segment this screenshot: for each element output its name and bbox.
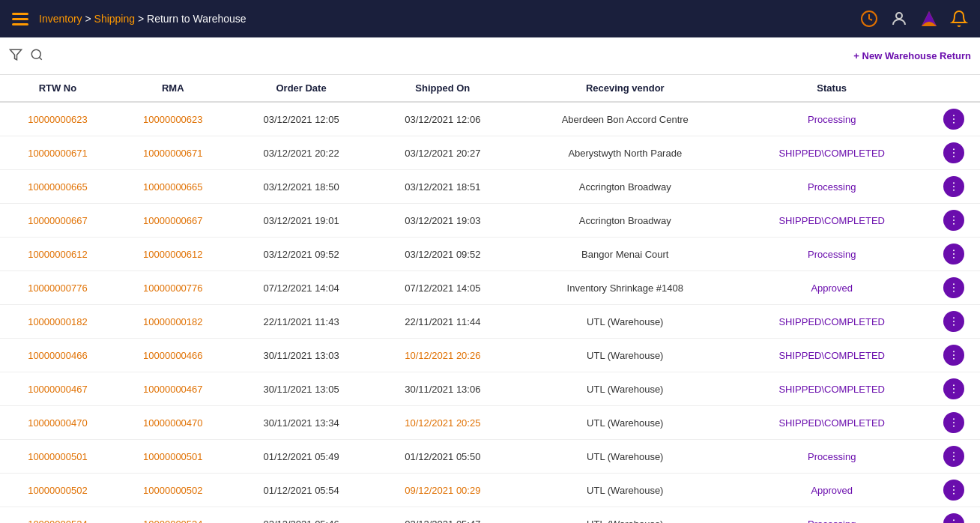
table-header: RTW No RMA Order Date Shipped On Recevin… xyxy=(0,75,980,102)
rma-link[interactable]: 10000000612 xyxy=(143,249,203,260)
action-cell xyxy=(927,339,980,372)
chart-icon[interactable] xyxy=(920,10,938,28)
rtw-link[interactable]: 10000000470 xyxy=(28,417,88,429)
row-menu-button[interactable] xyxy=(943,345,964,366)
rtw-no-cell: 10000000501 xyxy=(0,440,115,474)
row-menu-button[interactable] xyxy=(943,412,964,433)
table-row: 10000000502 10000000502 01/12/2021 05:54… xyxy=(0,474,980,507)
vendor-cell: UTL (Warehouse) xyxy=(513,474,736,507)
table-row: 10000000534 10000000534 02/12/2021 05:46… xyxy=(0,507,980,524)
row-menu-button[interactable] xyxy=(943,480,964,501)
rma-link[interactable]: 10000000665 xyxy=(143,181,203,193)
row-menu-button[interactable] xyxy=(943,210,964,231)
svg-point-26 xyxy=(953,351,955,352)
order-date-value: 02/12/2021 05:46 xyxy=(263,519,339,524)
svg-point-33 xyxy=(953,422,955,423)
hamburger-menu[interactable] xyxy=(12,13,28,25)
svg-point-38 xyxy=(953,486,955,487)
svg-point-35 xyxy=(953,452,955,453)
toolbar-left xyxy=(9,48,43,64)
vendor-cell: UTL (Warehouse) xyxy=(513,406,736,440)
rma-link[interactable]: 10000000467 xyxy=(143,384,203,395)
row-menu-button[interactable] xyxy=(943,378,964,399)
row-menu-button[interactable] xyxy=(943,311,964,332)
rtw-link[interactable]: 10000000466 xyxy=(28,350,88,361)
shipped-on-value: 01/12/2021 05:50 xyxy=(405,451,480,462)
vendor-name: Accrington Broadway xyxy=(579,215,671,226)
rma-cell: 10000000612 xyxy=(115,238,231,271)
shipped-on-value: 02/12/2021 05:47 xyxy=(405,519,480,524)
rma-link[interactable]: 10000000623 xyxy=(143,114,203,125)
shipped-on-value: 03/12/2021 09:52 xyxy=(405,249,480,260)
action-cell xyxy=(927,170,980,204)
table-row: 10000000612 10000000612 03/12/2021 09:52… xyxy=(0,238,980,271)
status-value: SHIPPED\COMPLETED xyxy=(778,316,885,327)
row-menu-button[interactable] xyxy=(943,176,964,197)
rma-cell: 10000000467 xyxy=(115,372,231,406)
rtw-link[interactable]: 10000000501 xyxy=(28,451,88,462)
svg-point-23 xyxy=(953,317,955,318)
rtw-link[interactable]: 10000000182 xyxy=(28,316,88,327)
rma-link[interactable]: 10000000534 xyxy=(143,519,203,524)
rtw-link[interactable]: 10000000623 xyxy=(28,114,88,125)
rma-link[interactable]: 10000000182 xyxy=(143,316,203,327)
user-icon[interactable] xyxy=(890,10,908,28)
rma-link[interactable]: 10000000667 xyxy=(143,215,203,226)
rma-cell: 10000000671 xyxy=(115,136,231,170)
row-menu-button[interactable] xyxy=(943,109,964,130)
rma-link[interactable]: 10000000470 xyxy=(143,417,203,429)
shipped-on-cell: 10/12/2021 20:26 xyxy=(372,339,513,372)
table-row: 10000000671 10000000671 03/12/2021 20:22… xyxy=(0,136,980,170)
search-icon[interactable] xyxy=(30,48,43,64)
shipped-on-cell: 03/12/2021 12:06 xyxy=(372,102,513,136)
svg-point-22 xyxy=(953,291,955,292)
svg-point-14 xyxy=(953,216,955,217)
order-date-cell: 01/12/2021 05:49 xyxy=(231,440,372,474)
status-value: Processing xyxy=(808,114,856,125)
vendor-name: UTL (Warehouse) xyxy=(587,316,663,327)
rtw-link[interactable]: 10000000671 xyxy=(28,148,88,159)
rtw-no-cell: 10000000466 xyxy=(0,339,115,372)
rtw-link[interactable]: 10000000612 xyxy=(28,249,88,260)
rtw-no-cell: 10000000534 xyxy=(0,507,115,524)
rtw-table: RTW No RMA Order Date Shipped On Recevin… xyxy=(0,75,980,523)
order-date-value: 03/12/2021 09:52 xyxy=(263,249,339,260)
breadcrumb-sep1: > xyxy=(85,13,94,25)
svg-point-20 xyxy=(953,283,955,285)
rtw-no-cell: 10000000665 xyxy=(0,170,115,204)
clock-icon[interactable] xyxy=(860,10,878,28)
svg-point-40 xyxy=(953,493,955,495)
svg-point-25 xyxy=(953,324,955,326)
row-menu-button[interactable] xyxy=(943,277,964,298)
rma-link[interactable]: 10000000501 xyxy=(143,451,203,462)
order-date-cell: 30/11/2021 13:05 xyxy=(231,372,372,406)
row-menu-button[interactable] xyxy=(943,446,964,467)
filter-icon[interactable] xyxy=(9,48,22,64)
svg-point-17 xyxy=(953,250,955,251)
rma-link[interactable]: 10000000466 xyxy=(143,350,203,361)
rtw-link[interactable]: 10000000467 xyxy=(28,384,88,395)
svg-point-5 xyxy=(953,115,955,116)
table-row: 10000000667 10000000667 03/12/2021 19:01… xyxy=(0,204,980,238)
row-menu-button[interactable] xyxy=(943,142,964,163)
row-menu-button[interactable] xyxy=(943,244,964,264)
shipped-on-value: 22/11/2021 11:44 xyxy=(405,316,480,327)
rma-link[interactable]: 10000000776 xyxy=(143,282,203,294)
vendor-name: UTL (Warehouse) xyxy=(587,485,663,496)
rtw-link[interactable]: 10000000667 xyxy=(28,215,88,226)
order-date-value: 03/12/2021 20:22 xyxy=(263,148,339,159)
breadcrumb-inventory[interactable]: Inventory xyxy=(39,13,82,25)
action-cell xyxy=(927,271,980,305)
new-warehouse-return-button[interactable]: + New Warehouse Return xyxy=(853,50,971,61)
rtw-link[interactable]: 10000000776 xyxy=(28,282,88,294)
bell-icon[interactable] xyxy=(950,10,968,28)
breadcrumb-shipping[interactable]: Shipping xyxy=(94,13,136,25)
rtw-link[interactable]: 10000000534 xyxy=(28,519,88,524)
rtw-link[interactable]: 10000000665 xyxy=(28,181,88,193)
rma-link[interactable]: 10000000502 xyxy=(143,485,203,496)
rtw-link[interactable]: 10000000502 xyxy=(28,485,88,496)
row-menu-button[interactable] xyxy=(943,513,964,523)
rma-link[interactable]: 10000000671 xyxy=(143,148,203,159)
rtw-no-cell: 10000000612 xyxy=(0,238,115,271)
rtw-no-cell: 10000000467 xyxy=(0,372,115,406)
